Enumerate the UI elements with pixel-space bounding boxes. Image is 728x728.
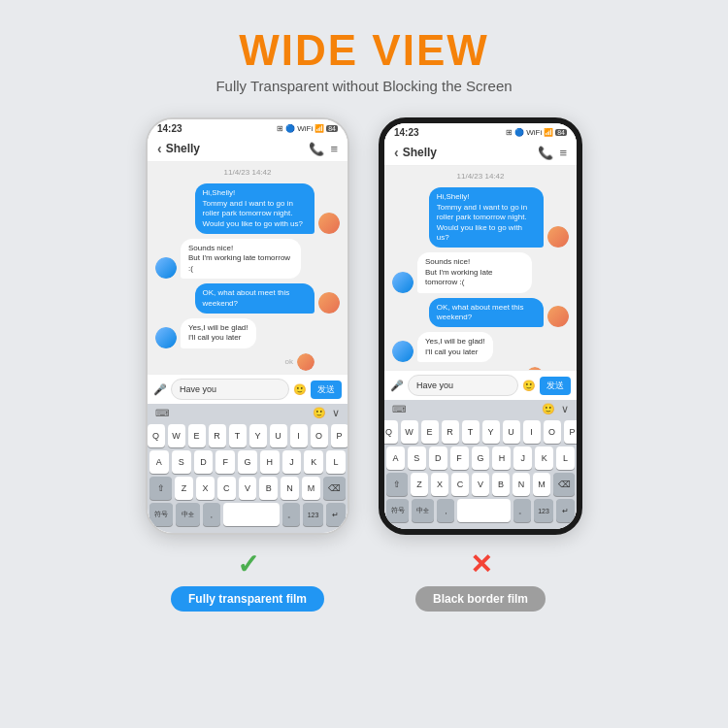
right-key-shift[interactable]: ⇧	[386, 473, 408, 496]
right-key-h[interactable]: H	[492, 447, 511, 470]
right-key-a[interactable]: A	[386, 447, 405, 470]
left-phone-wrapper: 14:23 ⊞ 🔵 WiFi 📶 84 ‹ Shelly	[146, 117, 349, 612]
right-key-p[interactable]: P	[564, 420, 581, 444]
right-key-t[interactable]: T	[462, 420, 480, 444]
left-mic-icon[interactable]: 🎤	[153, 383, 167, 396]
left-msg-received-2: Yes,I will be glad!I'll call you later	[155, 318, 340, 348]
left-key-comma[interactable]: ,	[203, 503, 220, 526]
right-back-arrow[interactable]: ‹	[394, 145, 399, 160]
left-key-f[interactable]: F	[215, 450, 235, 474]
left-key-p[interactable]: P	[331, 424, 348, 447]
left-key-m[interactable]: M	[302, 477, 320, 500]
left-key-b[interactable]: B	[259, 477, 278, 500]
page-header: WIDE VIEW Fully Transparent without Bloc…	[215, 27, 512, 94]
right-key-s[interactable]: S	[408, 447, 426, 470]
right-key-x[interactable]: X	[431, 473, 448, 496]
right-key-comma[interactable]: ,	[437, 499, 454, 522]
left-key-i[interactable]: I	[290, 424, 308, 447]
left-phone: 14:23 ⊞ 🔵 WiFi 📶 84 ‹ Shelly	[146, 117, 349, 535]
left-key-n[interactable]: N	[281, 477, 299, 500]
left-kb-emoji-tool[interactable]: 🙂	[313, 407, 326, 419]
right-key-u[interactable]: U	[503, 420, 520, 444]
right-key-n[interactable]: N	[513, 473, 530, 496]
left-key-a[interactable]: A	[149, 450, 169, 474]
left-key-chinese[interactable]: 中全	[176, 503, 199, 526]
left-kb-tool-1[interactable]: ⌨	[155, 408, 169, 418]
left-key-backspace[interactable]: ⌫	[323, 477, 346, 500]
right-key-space[interactable]	[457, 499, 511, 522]
left-key-l[interactable]: L	[326, 450, 346, 474]
left-menu-icon[interactable]: ≡	[330, 142, 338, 156]
left-emoji-icon[interactable]: 🙂	[293, 383, 307, 396]
right-kb-chevron[interactable]: ∨	[561, 403, 569, 415]
right-key-q[interactable]: Q	[381, 420, 398, 444]
right-chat-date: 11/4/23 14:42	[392, 172, 569, 181]
right-mic-icon[interactable]: 🎤	[390, 380, 404, 392]
right-key-c[interactable]: C	[451, 473, 469, 496]
left-key-c[interactable]: C	[217, 477, 236, 500]
right-key-symbol[interactable]: 符号	[386, 499, 409, 522]
left-key-t[interactable]: T	[229, 424, 247, 447]
left-key-g[interactable]: G	[238, 450, 257, 474]
left-key-j[interactable]: J	[282, 450, 302, 474]
left-send-button[interactable]: 发送	[311, 381, 342, 399]
right-key-enter[interactable]: ↵	[556, 499, 575, 522]
left-key-z[interactable]: Z	[175, 477, 193, 500]
right-emoji-icon[interactable]: 🙂	[522, 380, 536, 392]
right-key-g[interactable]: G	[472, 447, 490, 470]
left-key-v[interactable]: V	[239, 477, 257, 500]
left-key-k[interactable]: K	[304, 450, 323, 474]
right-key-i[interactable]: I	[523, 420, 541, 444]
left-key-h[interactable]: H	[260, 450, 280, 474]
left-key-123[interactable]: 123	[303, 503, 322, 526]
right-key-d[interactable]: D	[429, 447, 447, 470]
left-key-o[interactable]: O	[311, 424, 328, 447]
right-key-backspace[interactable]: ⌫	[553, 473, 575, 496]
left-key-q[interactable]: Q	[148, 424, 165, 447]
right-key-m[interactable]: M	[533, 473, 550, 496]
right-key-o[interactable]: O	[544, 420, 561, 444]
left-key-s[interactable]: S	[172, 450, 191, 474]
right-key-f[interactable]: F	[450, 447, 469, 470]
right-bubble-sent-2: OK, what about meet this weekend?	[429, 298, 544, 328]
left-key-enter[interactable]: ↵	[326, 503, 346, 526]
right-phone-icon[interactable]: 📞	[538, 146, 553, 160]
right-key-v[interactable]: V	[472, 473, 489, 496]
left-key-w[interactable]: W	[168, 424, 185, 447]
right-key-r[interactable]: R	[442, 420, 459, 444]
right-key-y[interactable]: Y	[482, 420, 500, 444]
right-chat-header: ‹ Shelly 📞 ≡	[384, 140, 577, 166]
right-key-chinese[interactable]: 中全	[412, 499, 434, 522]
right-input-box[interactable]: Have you	[408, 375, 518, 396]
left-key-x[interactable]: X	[196, 477, 215, 500]
left-key-u[interactable]: U	[270, 424, 287, 447]
left-phone-icon[interactable]: 📞	[309, 142, 324, 156]
left-back-arrow[interactable]: ‹	[157, 141, 162, 156]
right-key-w[interactable]: W	[401, 420, 418, 444]
left-input-box[interactable]: Have you	[171, 379, 289, 400]
right-kb-tool-1[interactable]: ⌨	[392, 404, 406, 414]
left-key-space[interactable]	[223, 503, 280, 526]
right-menu-icon[interactable]: ≡	[559, 146, 567, 160]
right-key-e[interactable]: E	[421, 420, 439, 444]
right-key-period[interactable]: 。	[513, 499, 531, 522]
right-key-j[interactable]: J	[513, 447, 532, 470]
right-key-b[interactable]: B	[492, 473, 510, 496]
left-kb-toolbar: ⌨ 🙂 ∨	[148, 404, 347, 422]
right-key-z[interactable]: Z	[411, 473, 428, 496]
right-kb-emoji-tool[interactable]: 🙂	[542, 403, 555, 415]
left-chat-date: 11/4/23 14:42	[155, 168, 340, 177]
left-key-y[interactable]: Y	[249, 424, 267, 447]
right-send-button[interactable]: 发送	[540, 377, 571, 395]
left-key-period[interactable]: 。	[282, 503, 300, 526]
left-key-r[interactable]: R	[209, 424, 226, 447]
left-key-shift[interactable]: ⇧	[149, 477, 172, 500]
left-key-symbol[interactable]: 符号	[149, 503, 173, 526]
left-key-e[interactable]: E	[188, 424, 206, 447]
right-key-123[interactable]: 123	[534, 499, 552, 522]
right-key-l[interactable]: L	[556, 447, 575, 470]
left-key-d[interactable]: D	[194, 450, 214, 474]
left-bubble-received-2: Yes,I will be glad!I'll call you later	[181, 318, 256, 348]
left-kb-chevron[interactable]: ∨	[332, 407, 340, 419]
right-key-k[interactable]: K	[535, 447, 553, 470]
